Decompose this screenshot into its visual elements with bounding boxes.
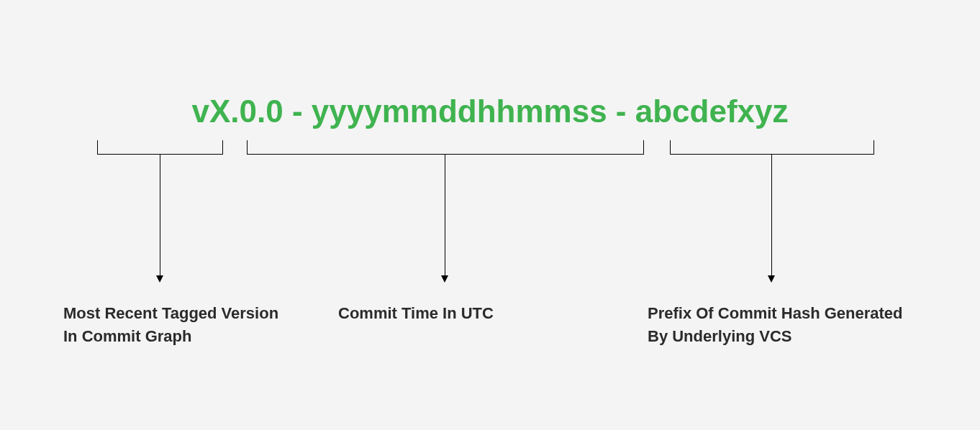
label-timestamp: Commit Time In UTC bbox=[338, 302, 554, 325]
arrow-line-tag bbox=[160, 155, 160, 277]
version-string: vX.0.0 - yyyymmddhhmmss - abcdefxyz bbox=[0, 93, 980, 129]
separator: - bbox=[607, 93, 635, 129]
bracket-tag bbox=[97, 140, 223, 155]
arrow-head-hash-icon bbox=[768, 275, 775, 283]
arrow-line-timestamp bbox=[445, 155, 445, 277]
label-hash: Prefix Of Commit Hash Generated By Under… bbox=[648, 302, 914, 348]
version-part-hash: abcdefxyz bbox=[635, 93, 789, 129]
separator: - bbox=[283, 93, 312, 129]
bracket-hash bbox=[670, 140, 874, 155]
label-tag: Most Recent Tagged Version In Commit Gra… bbox=[63, 302, 279, 348]
bracket-timestamp bbox=[247, 140, 644, 155]
version-part-tag: vX.0.0 bbox=[191, 93, 283, 129]
diagram-container: vX.0.0 - yyyymmddhhmmss - abcdefxyz Most… bbox=[0, 0, 980, 430]
arrow-head-tag-icon bbox=[156, 275, 163, 283]
arrow-line-hash bbox=[771, 155, 772, 277]
version-part-timestamp: yyyymmddhhmmss bbox=[312, 93, 607, 129]
arrow-head-timestamp-icon bbox=[441, 275, 448, 283]
